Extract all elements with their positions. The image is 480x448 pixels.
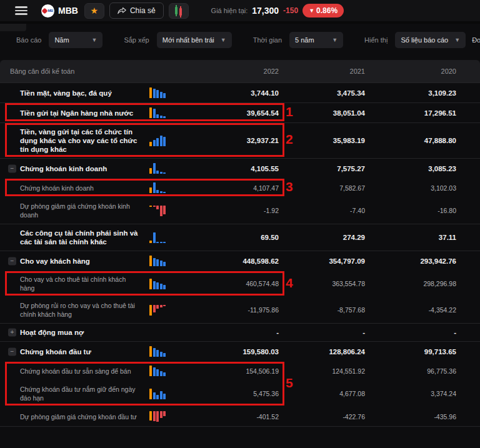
sort-dropdown[interactable]: Mới nhất bên trái ▼ — [157, 32, 232, 48]
row-label: Dự phòng rủi ro cho vay và cho thuê tài … — [20, 301, 144, 319]
collapse-icon[interactable]: − — [8, 257, 16, 265]
mini-bar-chart-icon — [149, 107, 168, 118]
mini-bar-chart-icon — [149, 182, 168, 193]
value-2022: 69.50 — [182, 234, 282, 241]
share-button[interactable]: Chia sẻ — [109, 2, 164, 19]
row-label: Các công cụ tài chính phái sinh và các t… — [20, 229, 144, 246]
menu-icon[interactable] — [15, 6, 28, 15]
logo-red-shape — [42, 7, 48, 14]
table-row[interactable]: Tiền gửi tại Ngân hàng nhà nước39,654.54… — [0, 102, 480, 122]
mini-bar-chart-icon — [149, 163, 168, 174]
value-2021: 354,797.09 — [282, 257, 369, 265]
row-sparkline-cell — [144, 107, 182, 118]
table-row[interactable]: Tiền, vàng gửi tại các tổ chức tín dụng … — [0, 122, 480, 158]
value-2022: 4,105.55 — [182, 165, 282, 172]
year-column-2022: 2022 — [182, 67, 282, 75]
mini-bar-chart-icon — [149, 87, 168, 98]
table-row[interactable]: Tiền mặt, vàng bạc, đá quý3,744.103,475.… — [0, 82, 480, 102]
value-2020: 3,102.03 — [369, 184, 460, 192]
share-icon — [118, 7, 126, 14]
price-change-percent: 0.86% — [316, 6, 338, 15]
table-row[interactable]: Cho vay và cho thuê tài chính khách hàng… — [0, 271, 480, 297]
value-2020: -16.80 — [369, 207, 460, 214]
share-button-label: Chia sẻ — [130, 6, 156, 15]
star-icon: ★ — [91, 6, 99, 15]
value-2020: 17,296.51 — [369, 109, 460, 117]
value-2022: -1.92 — [182, 207, 282, 214]
value-2022: 39,654.54 — [182, 109, 282, 117]
value-2021: 3,475.34 — [282, 89, 369, 97]
collapse-icon[interactable]: − — [8, 347, 16, 356]
panel-corner-tab — [0, 24, 26, 31]
value-2021: -8,757.68 — [282, 306, 369, 314]
mini-bar-chart-icon — [149, 232, 168, 243]
row-label: Chứng khoán kinh doanh — [20, 164, 144, 173]
row-sparkline-cell — [144, 389, 182, 399]
row-sparkline-cell — [144, 346, 182, 357]
mbb-logo: MB — [41, 4, 54, 17]
table-row[interactable]: Các công cụ tài chính phái sinh và các t… — [0, 224, 480, 251]
value-2021: -7.40 — [282, 207, 369, 214]
display-dropdown[interactable]: Số liệu báo cáo ▼ — [395, 32, 466, 48]
row-label: Tiền, vàng gửi tại các tổ chức tín dụng … — [20, 127, 144, 154]
mini-bar-chart-icon — [149, 389, 168, 399]
triangle-down-icon: ▼ — [309, 7, 314, 14]
chevron-down-icon: ▼ — [221, 37, 226, 43]
mini-bar-chart-icon — [149, 256, 168, 266]
value-2022: -401.52 — [182, 413, 282, 421]
price-change: -150 — [283, 6, 298, 15]
value-2021: 124,551.92 — [282, 367, 369, 375]
mini-bar-chart-icon — [149, 305, 168, 316]
value-2020: 37.11 — [369, 234, 460, 241]
year-column-2020: 2020 — [369, 67, 460, 75]
row-label: Hoạt động mua nợ — [20, 328, 144, 337]
table-row[interactable]: −Chứng khoán kinh doanh4,105.557,575.273… — [0, 158, 480, 178]
row-label: Chứng khoán đầu tư sẵn sàng để bán — [20, 367, 144, 376]
value-2020: 99,713.65 — [369, 348, 460, 356]
report-dropdown-value: Năm — [54, 36, 69, 44]
value-2022: 32,937.21 — [182, 137, 282, 144]
row-label: Chứng khoán đầu tư nắm giữ đến ngày đáo … — [20, 385, 144, 402]
row-label: Chứng khoán đầu tư — [20, 347, 144, 356]
value-2020: -4,354.22 — [369, 306, 460, 314]
mini-bar-chart-icon — [149, 366, 168, 376]
table-row[interactable]: Dự phòng rủi ro cho vay và cho thuê tài … — [0, 297, 480, 323]
row-sparkline-cell — [144, 232, 182, 243]
report-dropdown[interactable]: Năm ▼ — [49, 32, 102, 48]
mini-bar-chart-icon — [149, 279, 168, 289]
favorite-button[interactable]: ★ — [84, 3, 104, 19]
value-2022: 460,574.48 — [182, 280, 282, 287]
table-row[interactable]: −Cho vay khách hàng448,598.62354,797.092… — [0, 251, 480, 271]
value-2021: 128,806.24 — [282, 348, 369, 356]
sort-filter-label: Sắp xếp — [124, 36, 149, 44]
chevron-down-icon: ▼ — [91, 37, 97, 43]
row-sparkline-cell — [144, 87, 182, 98]
row-label: Tiền gửi tại Ngân hàng nhà nước — [20, 109, 144, 117]
value-2021: - — [282, 329, 369, 336]
expand-icon[interactable]: + — [8, 329, 16, 337]
time-dropdown[interactable]: 5 năm ▼ — [289, 32, 343, 48]
value-2022: 3,744.10 — [182, 89, 282, 97]
value-2022: 4,107.47 — [182, 184, 282, 192]
row-label: Tiền mặt, vàng bạc, đá quý — [20, 89, 144, 97]
row-sparkline-cell — [144, 163, 182, 174]
unit-label: Đơn vị: Tỷ đồng — [472, 36, 480, 44]
table-row[interactable]: −Chứng khoán đầu tư159,580.03128,806.249… — [0, 341, 480, 361]
value-2022: 154,506.19 — [182, 367, 282, 375]
table-row[interactable]: +Hoạt động mua nợ--- — [0, 323, 480, 341]
report-filter-label: Báo cáo — [16, 36, 41, 44]
table-row[interactable]: Chứng khoán kinh doanh4,107.477,582.673,… — [0, 178, 480, 197]
row-label: Dự phòng giảm giá chứng khoán kinh doanh — [20, 202, 144, 219]
value-2021: 274.29 — [282, 234, 369, 241]
collapse-icon[interactable]: − — [8, 164, 16, 172]
value-2021: 38,051.04 — [282, 109, 369, 117]
table-row[interactable]: Chứng khoán đầu tư sẵn sàng để bán154,50… — [0, 361, 480, 381]
time-filter-label: Thời gian — [253, 36, 282, 44]
table-row[interactable]: Dự phòng giảm giá chứng khoán kinh doanh… — [0, 197, 480, 224]
table-row[interactable]: Dự phòng giảm giá chứng khoán đầu tư-401… — [0, 407, 480, 426]
table-row[interactable]: Chứng khoán đầu tư nắm giữ đến ngày đáo … — [0, 381, 480, 407]
table-body: Tiền mặt, vàng bạc, đá quý3,744.103,475.… — [0, 82, 480, 426]
row-sparkline-cell — [144, 366, 182, 376]
table-bottom-divider — [0, 426, 480, 427]
chart-view-button[interactable] — [169, 3, 189, 19]
